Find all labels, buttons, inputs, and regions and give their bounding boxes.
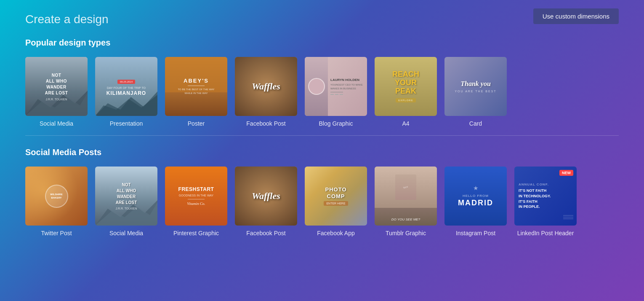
popular-design-grid: NOTALL WHOWANDERARE LOST J.R.R. TOLKIEN … <box>25 57 619 127</box>
social-media-section: Social Media Posts WILSHIREBAKERY Twitte… <box>25 148 619 236</box>
design-label-tumblr-graphic: Tumblr Graphic <box>386 230 426 236</box>
design-label-blog-graphic: Blog Graphic <box>319 120 353 127</box>
design-thumb-facebook-app: PHOTOCOMP ENTER HERE <box>305 167 367 226</box>
design-item-a4[interactable]: REACHYOURPEAK EXPLORE A4 <box>375 57 437 127</box>
design-label-linkedin-post-header: LinkedIn Post Header <box>517 230 574 236</box>
design-thumb-a4: REACHYOURPEAK EXPLORE <box>375 57 437 116</box>
popular-section-title: Popular design types <box>25 38 619 48</box>
design-thumb-linkedin-post-header: ANNUAL CONF. IT'S NOT FAITHIN TECHNOLOGY… <box>514 167 577 226</box>
design-label-social-media-2: Social Media <box>109 230 143 236</box>
design-item-tumblr-graphic[interactable]: face DO YOU SEE ME? Tumblr Graphic <box>375 167 437 236</box>
design-label-instagram-post: Instagram Post <box>456 230 495 236</box>
design-label-twitter-post: Twitter Post <box>41 230 72 236</box>
design-item-instagram-post[interactable]: ★ HELLO FROM MADRID Instagram Post <box>444 167 507 236</box>
design-thumb-facebook-post: Waffles <box>235 57 297 116</box>
design-label-facebook-app: Facebook App <box>317 230 355 236</box>
design-thumb-pinterest-graphic: FRESHSTART GOODNESS IN THE WAY Vitamin C… <box>165 167 227 226</box>
custom-dimensions-button[interactable]: Use custom dimensions <box>533 8 619 24</box>
design-item-twitter-post[interactable]: WILSHIREBAKERY Twitter Post <box>25 167 88 236</box>
design-thumb-blog-graphic: LAURYN HOLDEN YOUNGEST CEO TO MAKEWAVES … <box>305 57 367 116</box>
design-label-presentation: Presentation <box>110 120 143 127</box>
design-item-presentation[interactable]: 09.25.2014 DAY FOUR OF THE TRIP TO KILIM… <box>95 57 157 127</box>
design-label-a4: A4 <box>402 120 409 127</box>
design-thumb-poster: ABEY'S TO BE THE BEST OF THE WAYWHILE IN… <box>165 57 227 116</box>
design-thumb-social-media-2: NOTALL WHOWANDERARE LOST J.R.R. TOLKIEN <box>95 167 157 226</box>
design-thumb-tumblr-graphic: face DO YOU SEE ME? <box>375 167 437 226</box>
design-item-card[interactable]: Thank you YOU ARE THE BEST Card <box>444 57 507 127</box>
design-item-facebook-app[interactable]: PHOTOCOMP ENTER HERE Facebook App <box>305 167 367 236</box>
design-item-social-media-2[interactable]: NOTALL WHOWANDERARE LOST J.R.R. TOLKIEN … <box>95 167 157 236</box>
page-title: Create a design <box>25 13 619 26</box>
design-thumb-card: Thank you YOU ARE THE BEST <box>444 57 507 116</box>
design-thumb-social-media: NOTALL WHOWANDERARE LOST J.R.R. TOLKIEN <box>25 57 88 116</box>
design-thumb-instagram-post: ★ HELLO FROM MADRID <box>444 167 507 226</box>
design-label-poster: Poster <box>188 120 205 127</box>
design-label-facebook-post: Facebook Post <box>246 120 285 127</box>
design-item-pinterest-graphic[interactable]: FRESHSTART GOODNESS IN THE WAY Vitamin C… <box>165 167 227 236</box>
design-thumb-twitter-post: WILSHIREBAKERY <box>25 167 88 226</box>
social-section-title: Social Media Posts <box>25 148 619 157</box>
section-divider <box>25 135 619 136</box>
design-label-card: Card <box>469 120 482 127</box>
design-item-linkedin-post-header[interactable]: ANNUAL CONF. IT'S NOT FAITHIN TECHNOLOGY… <box>514 167 577 236</box>
design-thumb-facebook-post-2: Waffles <box>235 167 297 226</box>
design-item-social-media[interactable]: NOTALL WHOWANDERARE LOST J.R.R. TOLKIEN … <box>25 57 88 127</box>
design-thumb-presentation: 09.25.2014 DAY FOUR OF THE TRIP TO KILIM… <box>95 57 157 116</box>
social-design-grid: WILSHIREBAKERY Twitter Post <box>25 167 619 236</box>
page-wrapper: Create a design Use custom dimensions Po… <box>0 0 644 253</box>
design-item-poster[interactable]: ABEY'S TO BE THE BEST OF THE WAYWHILE IN… <box>165 57 227 127</box>
design-item-facebook-post-2[interactable]: Waffles Facebook Post <box>235 167 297 236</box>
new-badge: NEW <box>559 170 573 176</box>
popular-section: Popular design types NOTALL WHOWANDERARE… <box>25 38 619 127</box>
design-item-facebook-post[interactable]: Waffles Facebook Post <box>235 57 297 127</box>
design-label-social-media: Social Media <box>40 120 73 127</box>
design-label-facebook-post-2: Facebook Post <box>246 230 285 236</box>
design-item-blog-graphic[interactable]: LAURYN HOLDEN YOUNGEST CEO TO MAKEWAVES … <box>305 57 367 127</box>
design-label-pinterest-graphic: Pinterest Graphic <box>173 230 219 236</box>
